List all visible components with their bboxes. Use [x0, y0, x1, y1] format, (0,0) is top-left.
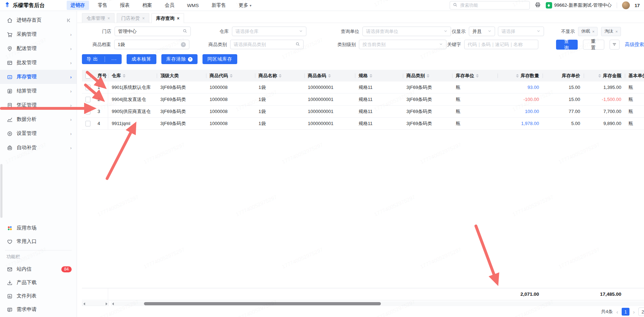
nav-menu-item[interactable]: 报表 [116, 1, 134, 10]
table-cell[interactable]: 1,978.00 [498, 118, 543, 129]
nav-menu-item-label: 更多 [239, 2, 248, 9]
sidebar-item[interactable]: 凭证管理› [0, 98, 77, 112]
nav-menu-item-label: 档案 [143, 2, 152, 9]
nav-menu-item[interactable]: 更多▾ [235, 1, 255, 10]
export-more-button[interactable]: ··· [107, 54, 122, 64]
sidebar-item[interactable]: 站内信84 [0, 262, 77, 276]
sort-icon[interactable] [123, 74, 126, 78]
nav-menu-item[interactable]: 会员 [161, 1, 178, 10]
page-size-select[interactable]: 2 [638, 307, 644, 316]
sidebar-item[interactable]: 文件列表 [0, 289, 77, 303]
page-number[interactable]: 1 [622, 308, 629, 316]
horizontal-scrollbar[interactable] [111, 301, 644, 306]
sidebar-item[interactable]: 常用入口 [0, 235, 77, 248]
fixed-column-scrollbar[interactable] [82, 301, 109, 306]
avatar[interactable] [622, 1, 630, 9]
tag-dormant[interactable]: 休眠× [578, 27, 598, 36]
sidebar-item[interactable]: 产品下载 [0, 276, 77, 289]
table-cell[interactable]: 100.00 [498, 106, 543, 117]
close-icon[interactable]: × [142, 16, 145, 21]
close-icon[interactable]: × [592, 29, 594, 34]
sidebar-item[interactable]: 结算管理› [0, 84, 77, 98]
workspace-selector[interactable]: 99662-新界面测试-管理中心 [546, 2, 612, 9]
table-cell[interactable]: 93.00 [498, 81, 543, 93]
sidebar-item[interactable]: 数据分析› [0, 112, 77, 126]
tag-obsolete[interactable]: 淘汰× [601, 27, 621, 36]
product-category-select[interactable]: 请选择商品类别 [230, 40, 304, 49]
category-level-select[interactable]: 按当前类别 [359, 40, 446, 49]
printer-icon[interactable] [535, 2, 541, 9]
totals-cell [452, 288, 498, 300]
scroll-left-icon[interactable] [83, 302, 85, 305]
nav-menu-item-label: 报表 [120, 2, 130, 9]
sidebar-item[interactable]: 设置管理› [0, 126, 77, 141]
row-checkbox[interactable] [85, 121, 90, 126]
tab[interactable]: 门店补货× [117, 13, 149, 23]
pagination: 共4条 ‹ 1 › 2 [82, 306, 644, 317]
scroll-right-icon[interactable] [106, 302, 107, 305]
nav-menu-item-label: 新零售 [212, 2, 226, 9]
sidebar-item[interactable]: 库存管理› [0, 70, 77, 84]
sidebar-item[interactable]: 需求申请 [0, 303, 77, 316]
close-icon[interactable]: × [177, 16, 179, 21]
sidebar-item[interactable]: 采购管理› [0, 27, 77, 41]
query-unit-select[interactable]: 请选择查询单位 [362, 27, 451, 36]
tab[interactable]: 库存查询× [151, 13, 184, 23]
export-label[interactable]: 导 出 [82, 54, 103, 64]
row-checkbox[interactable] [85, 109, 90, 114]
sort-icon[interactable] [279, 74, 282, 78]
next-page-button[interactable]: › [633, 309, 635, 315]
nav-menu-item[interactable]: 档案 [139, 1, 156, 10]
sort-icon[interactable] [598, 74, 601, 78]
scrollbar-thumb[interactable] [144, 302, 381, 305]
chevron-right-icon: › [70, 89, 72, 94]
sidebar-item[interactable]: 应用市场 [0, 221, 77, 235]
sort-icon[interactable] [516, 74, 519, 78]
collapse-sidebar-icon[interactable] [66, 17, 72, 23]
sort-icon[interactable] [230, 74, 233, 78]
only-show-operator-select[interactable]: 并且 [469, 27, 495, 36]
row-checkbox[interactable] [85, 85, 90, 90]
close-icon[interactable]: × [615, 29, 617, 34]
cost-accounting-button[interactable]: 成本核算 [127, 54, 156, 64]
nav-menu-item[interactable]: WMS [183, 1, 203, 10]
nav-menu-item[interactable]: 进销存 [67, 1, 89, 10]
sort-icon[interactable] [370, 74, 372, 78]
keyword-field[interactable] [464, 40, 538, 49]
global-search-input[interactable] [460, 2, 514, 8]
keyword-input[interactable] [468, 42, 535, 47]
same-region-inventory-button[interactable]: 同区域库存 [202, 54, 237, 64]
only-show-select[interactable]: 请选择 [498, 27, 544, 36]
tab[interactable]: 仓库管理× [82, 13, 115, 23]
total-count: 共4条 [601, 308, 613, 315]
store-input[interactable]: 管理中心 [115, 27, 191, 36]
scroll-left-icon[interactable] [112, 302, 114, 305]
table-cell[interactable]: -1,500.00 [584, 94, 625, 105]
export-button[interactable]: 导 出 ··· [82, 54, 122, 64]
clear-icon[interactable]: × [181, 42, 186, 47]
advanced-search-link[interactable]: 高级搜索 [625, 41, 644, 48]
query-button[interactable]: 查 询 [556, 40, 577, 50]
column-settings-button[interactable] [610, 40, 620, 50]
sort-icon[interactable] [328, 74, 331, 78]
close-icon[interactable]: × [107, 16, 110, 21]
row-checkbox[interactable] [85, 97, 90, 102]
inventory-clear-button[interactable]: 库存清除 ? [161, 54, 198, 64]
select-all-checkbox[interactable] [85, 73, 90, 79]
sidebar-item[interactable]: 进销存首页 [0, 13, 77, 27]
prev-page-button[interactable]: ‹ [616, 309, 618, 315]
product-archive-input[interactable]: 1袋 × [114, 40, 189, 49]
warehouse-select[interactable]: 请选择仓库 [232, 27, 306, 36]
sidebar-item[interactable]: 配送管理› [0, 41, 77, 56]
sidebar-item[interactable]: 批发管理› [0, 56, 77, 70]
global-search[interactable] [450, 1, 530, 10]
sidebar-item[interactable]: 自动补货› [0, 141, 77, 155]
sort-icon[interactable] [427, 74, 429, 78]
sidebar-scrollbar[interactable] [0, 164, 2, 218]
table-cell[interactable]: -100.00 [498, 94, 543, 105]
header-cell: 商品条码 [304, 70, 355, 81]
sort-icon[interactable] [476, 74, 479, 78]
reset-button[interactable]: 重 置 [583, 40, 604, 50]
nav-menu-item[interactable]: 新零售 [208, 1, 230, 10]
nav-menu-item[interactable]: 零售 [94, 1, 111, 10]
